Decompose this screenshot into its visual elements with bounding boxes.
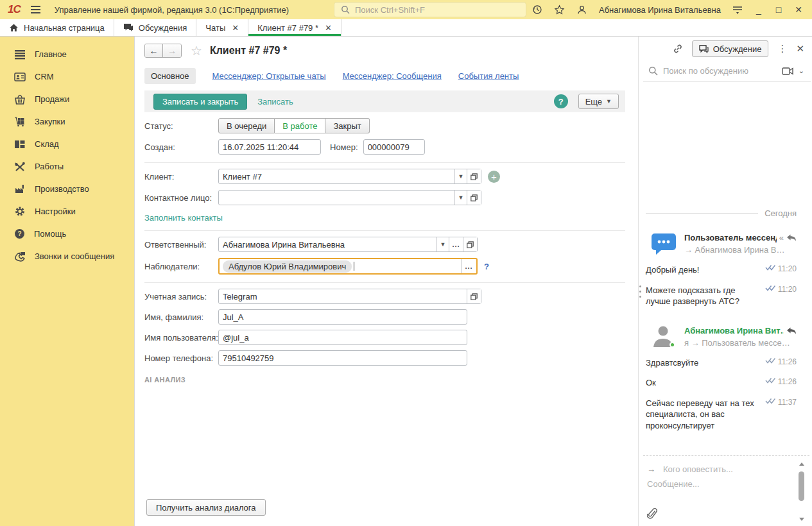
account-input[interactable] [219, 289, 467, 303]
discussion-search-input[interactable] [663, 66, 777, 76]
forwarded-icon: « [779, 233, 784, 242]
discussion-toggle-button[interactable]: Обсуждение [692, 40, 769, 57]
field-help-icon[interactable]: ? [484, 262, 489, 271]
tab-messages[interactable]: Мессенджер: Сообщения [343, 71, 442, 81]
tab-chats[interactable]: Чаты ✕ [196, 19, 248, 36]
scroll-down-icon[interactable] [799, 518, 804, 521]
fullname-input[interactable] [219, 310, 467, 324]
fill-contacts-link[interactable]: Заполнить контакты [144, 213, 223, 223]
back-button[interactable]: ← [145, 44, 163, 57]
contact-field: ▼ [218, 190, 481, 205]
close-window-icon[interactable]: ✕ [794, 4, 803, 15]
sidebar-item-production[interactable]: Производство [0, 178, 134, 200]
save-button[interactable]: Записать [257, 97, 293, 106]
favorite-star-icon[interactable]: ☆ [191, 43, 202, 58]
sidebar-item-works[interactable]: Работы [0, 155, 134, 178]
client-input[interactable] [219, 169, 454, 183]
sidebar-item-purchases[interactable]: Закупки [0, 110, 134, 133]
sidebar-item-warehouse[interactable]: Склад [0, 133, 134, 155]
read-checkmarks-icon [765, 285, 775, 291]
status-closed[interactable]: Закрыт [325, 118, 369, 133]
chat-history[interactable]: Сегодня Пользователь мессенд… « → Абнаги… [642, 81, 812, 455]
responsible-input[interactable] [219, 237, 436, 251]
sender-name[interactable]: Абнагимова Ирина Вит… [684, 326, 784, 335]
number-input[interactable] [364, 140, 424, 154]
open-link-icon[interactable] [463, 237, 477, 251]
save-close-button[interactable]: Записать и закрыть [153, 94, 247, 110]
sidebar-item-sales[interactable]: Продажи [0, 88, 134, 110]
tab-main[interactable]: Основное [144, 68, 196, 84]
scrollbar-thumb[interactable] [799, 471, 804, 501]
sidebar-item-main[interactable]: Главное [0, 43, 134, 65]
history-nav: ← → [144, 44, 182, 58]
dropdown-icon[interactable]: ▼ [454, 169, 467, 183]
message-time: 11:37 [778, 398, 797, 407]
contact-input[interactable] [219, 191, 454, 205]
reply-icon[interactable] [786, 327, 797, 334]
tab-client[interactable]: Клиент #7 #79 * ✕ [248, 19, 341, 36]
sidebar-item-calls-messages[interactable]: Звонки и сообщения [0, 245, 134, 267]
tab-feed-events[interactable]: События ленты [458, 71, 519, 81]
forward-button[interactable]: → [163, 44, 181, 57]
message-group: Абнагимова Ирина Вит… я → Пользователь м… [646, 324, 797, 432]
username-input[interactable] [219, 330, 467, 344]
status-in-progress[interactable]: В работе [275, 118, 325, 133]
open-link-icon[interactable] [467, 289, 481, 303]
scroll-up-icon[interactable] [799, 462, 804, 466]
open-link-icon[interactable] [467, 169, 481, 183]
kebab-menu-icon[interactable]: ⋮ [777, 43, 787, 55]
history-icon[interactable] [531, 4, 543, 15]
more-button[interactable]: Еще▼ [578, 94, 619, 109]
close-panel-icon[interactable]: ✕ [796, 43, 804, 55]
fullname-label: Имя, фамилия: [144, 312, 218, 322]
close-tab-icon[interactable]: ✕ [325, 23, 332, 33]
choose-button[interactable]: ... [449, 237, 463, 251]
close-tab-icon[interactable]: ✕ [232, 23, 239, 33]
chevron-down-icon[interactable]: ⌄ [799, 67, 804, 75]
phone-input[interactable] [219, 351, 467, 365]
form-toolbar: Записать и закрыть Записать ? Еще▼ [144, 90, 625, 112]
created-input[interactable] [219, 140, 320, 154]
dropdown-icon[interactable]: ▼ [454, 191, 467, 205]
composer-scrollbar[interactable] [798, 462, 806, 521]
tab-label: Начальная страница [24, 23, 105, 33]
chat-message[interactable]: Добрый день! 11:20 [646, 264, 797, 276]
message-input[interactable]: Сообщение... [647, 479, 794, 489]
current-user-name[interactable]: Абнагимова Ирина Витальевна [599, 5, 721, 15]
global-search[interactable] [334, 2, 526, 17]
help-button[interactable]: ? [554, 94, 568, 108]
favorites-star-icon[interactable] [554, 4, 566, 15]
add-client-button[interactable]: + [488, 171, 500, 183]
chat-message[interactable]: Здравтсвуйте 11:26 [646, 357, 797, 369]
observers-field[interactable]: Абдулов Юрий Владимирович ... [218, 258, 478, 275]
chat-message[interactable]: Сейчас переведу чат на тех специалиста, … [646, 398, 797, 432]
minimize-icon[interactable]: _ [754, 4, 763, 15]
sidebar-item-settings[interactable]: Настройки [0, 200, 134, 223]
observer-chip[interactable]: Абдулов Юрий Владимирович [223, 260, 352, 273]
get-dialog-analysis-button[interactable]: Получить анализ диалога [146, 499, 266, 516]
choose-button[interactable]: ... [461, 259, 476, 273]
dropdown-icon[interactable]: ▼ [436, 237, 449, 251]
notify-field[interactable]: → Кого оповестить... [647, 461, 794, 477]
main-menu-icon[interactable] [31, 6, 40, 13]
tab-discussions[interactable]: Обсуждения [114, 19, 197, 36]
sender-name[interactable]: Пользователь мессенд… [684, 233, 777, 242]
status-queued[interactable]: В очереди [218, 118, 275, 133]
global-search-input[interactable] [355, 5, 521, 15]
reply-icon[interactable] [786, 234, 797, 241]
search-icon [340, 4, 351, 15]
sidebar-item-help[interactable]: ? Помощь [0, 223, 134, 245]
sidebar-item-label: CRM [35, 72, 54, 81]
sidebar-item-crm[interactable]: CRM [0, 65, 134, 88]
open-link-icon[interactable] [467, 191, 481, 205]
link-icon[interactable] [673, 44, 683, 54]
chat-message[interactable]: Можете подсказать где лучше развернуть А… [646, 285, 797, 307]
attach-paperclip-icon[interactable] [647, 508, 657, 520]
video-call-icon[interactable] [782, 67, 793, 75]
tab-home[interactable]: Начальная страница [0, 19, 114, 36]
tab-open-chats[interactable]: Мессенджер: Открытые чаты [212, 71, 326, 81]
chat-message[interactable]: Ок 11:26 [646, 377, 797, 389]
maximize-icon[interactable]: □ [774, 4, 783, 15]
user-icon[interactable] [576, 4, 588, 15]
service-settings-icon[interactable] [732, 4, 743, 15]
